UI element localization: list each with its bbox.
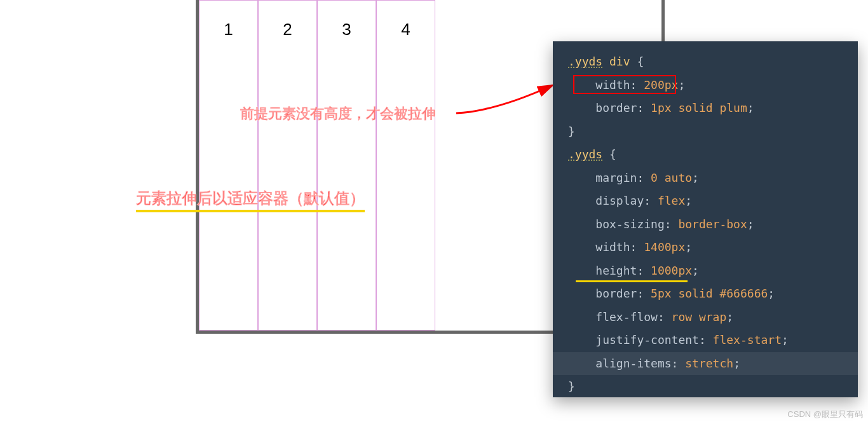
code-val: 0 auto xyxy=(651,171,692,184)
code-prop: margin xyxy=(595,171,637,184)
code-prop: box-sizing xyxy=(595,217,664,231)
code-val: 1000px xyxy=(651,264,692,277)
code-punct: : xyxy=(665,217,679,231)
code-punct: ; xyxy=(692,171,699,184)
flex-item-label: 1 xyxy=(224,20,233,39)
code-punct: : xyxy=(637,101,651,114)
code-line: .yyds { xyxy=(553,143,858,167)
flex-item: 3 xyxy=(317,0,376,331)
code-line: margin: 0 auto; xyxy=(553,167,858,190)
code-line: align-items: stretch; xyxy=(553,352,858,376)
code-line: width: 1400px; xyxy=(553,236,858,259)
code-prop: flex-flow xyxy=(595,310,658,324)
code-prop: height xyxy=(595,264,637,277)
code-val: 5px solid #666666 xyxy=(651,287,768,300)
code-selector: .yyds xyxy=(568,147,602,161)
code-punct: ; xyxy=(747,101,754,114)
code-punct: : xyxy=(630,78,644,92)
annotation-main: 元素拉伸后以适应容器（默认值） xyxy=(136,188,365,212)
code-val: 1px solid plum xyxy=(651,101,747,114)
code-val: stretch xyxy=(685,357,733,370)
annotation-top: 前提元素没有高度，才会被拉伸 xyxy=(240,104,436,123)
code-punct: : xyxy=(630,240,644,254)
code-brace: { xyxy=(602,147,616,161)
code-line: flex-flow: row wrap; xyxy=(553,306,858,329)
code-prop: width xyxy=(595,240,630,254)
code-punct: : xyxy=(637,264,651,277)
code-punct: ; xyxy=(733,357,740,370)
code-line: height: 1000px; xyxy=(553,259,858,283)
code-selector-tag: div xyxy=(602,55,630,68)
code-selector: .yyds xyxy=(568,55,602,68)
code-line: border: 5px solid #666666; xyxy=(553,282,858,306)
code-val: border-box xyxy=(678,217,747,231)
code-punct: : xyxy=(672,357,686,370)
code-line: width: 200px; xyxy=(553,74,858,97)
code-prop: border xyxy=(595,287,637,300)
code-brace: } xyxy=(568,125,575,138)
code-line: border: 1px solid plum; xyxy=(553,97,858,120)
code-line: justify-content: flex-start; xyxy=(553,329,858,352)
code-val: flex xyxy=(658,194,685,207)
code-punct: ; xyxy=(685,240,692,254)
code-line: } xyxy=(553,120,858,144)
code-val: 1400px xyxy=(644,240,685,254)
code-val: flex-start xyxy=(713,333,782,346)
code-punct: ; xyxy=(768,287,775,300)
code-prop: justify-content xyxy=(595,333,699,346)
code-punct: ; xyxy=(782,333,789,346)
code-prop: width xyxy=(595,78,630,92)
flex-item-label: 3 xyxy=(342,20,351,39)
code-panel: .yyds div { width: 200px; border: 1px so… xyxy=(553,41,858,397)
code-val: row wrap xyxy=(672,310,727,324)
code-punct: : xyxy=(637,287,651,300)
code-punct: : xyxy=(658,310,672,324)
code-brace: } xyxy=(568,380,575,393)
watermark: CSDN @眼里只有码 xyxy=(787,409,863,420)
flex-item: 2 xyxy=(258,0,317,331)
code-punct: ; xyxy=(692,264,699,277)
code-punct: : xyxy=(637,171,651,184)
code-line: box-sizing: border-box; xyxy=(553,213,858,236)
code-line: display: flex; xyxy=(553,189,858,213)
flex-item: 4 xyxy=(376,0,435,331)
flex-item-label: 4 xyxy=(401,20,410,39)
code-prop: border xyxy=(595,101,637,114)
code-line: .yyds div { xyxy=(553,50,858,74)
code-prop: display xyxy=(595,194,644,207)
flex-item-label: 2 xyxy=(283,20,292,39)
code-punct: : xyxy=(644,194,658,207)
flex-item: 1 xyxy=(199,0,258,331)
code-punct: : xyxy=(699,333,713,346)
code-punct: ; xyxy=(685,194,692,207)
code-punct: ; xyxy=(747,217,754,231)
code-punct: ; xyxy=(678,78,685,92)
code-brace: { xyxy=(630,55,644,68)
code-line: } xyxy=(553,375,858,397)
code-prop: align-items xyxy=(595,357,671,370)
code-val: 200px xyxy=(644,78,678,92)
code-punct: ; xyxy=(726,310,733,324)
